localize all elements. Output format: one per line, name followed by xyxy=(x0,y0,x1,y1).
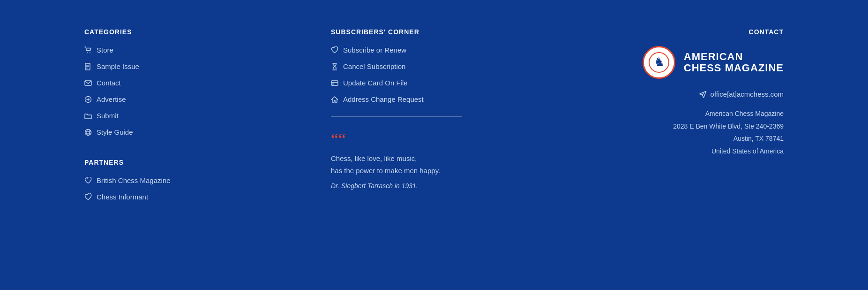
svg-point-10 xyxy=(85,129,91,135)
folder-icon xyxy=(84,112,92,120)
address-line2: 2028 E Ben White Blvd, Ste 240-2369 xyxy=(673,120,784,133)
quote-text: Chess, like love, like music, has the po… xyxy=(331,153,471,176)
paper-plane-icon xyxy=(699,91,707,98)
cart-icon xyxy=(84,46,92,54)
address-line4: United States of America xyxy=(673,145,784,158)
logo-line1: AMERICAN xyxy=(684,51,784,62)
address-line3: Austin, TX 78741 xyxy=(673,132,784,145)
svg-rect-14 xyxy=(331,81,338,85)
categories-title: CATEGORIES xyxy=(84,28,206,36)
envelope-icon xyxy=(84,79,92,87)
contact-address: American Chess Magazine 2028 E Ben White… xyxy=(673,107,784,157)
email-address: office[at]acmchess.com xyxy=(711,90,784,98)
circle-plus-icon xyxy=(84,96,92,103)
book-icon xyxy=(84,63,92,70)
heart-sub-icon xyxy=(331,46,338,54)
nav-sample-issue[interactable]: Sample Issue xyxy=(84,62,206,70)
credit-card-icon xyxy=(331,79,338,87)
heart-outline-icon xyxy=(84,193,92,201)
logo-text: AMERICAN CHESS MAGAZINE xyxy=(684,51,784,74)
svg-point-0 xyxy=(87,52,88,53)
hourglass-icon xyxy=(331,63,338,70)
nav-chess-informant[interactable]: Chess Informant xyxy=(84,193,206,201)
logo-circle: ♞ xyxy=(643,46,675,79)
contact-email-row: office[at]acmchess.com xyxy=(699,90,784,98)
svg-text:♞: ♞ xyxy=(653,55,664,69)
nav-advertise[interactable]: Advertise xyxy=(84,95,206,103)
partners-title: PARTNERS xyxy=(84,159,206,166)
nav-contact[interactable]: Contact xyxy=(84,79,206,87)
nav-update-card[interactable]: Update Card On File xyxy=(331,79,471,87)
nav-british-chess[interactable]: British Chess Magazine xyxy=(84,176,206,184)
address-line1: American Chess Magazine xyxy=(673,107,784,120)
svg-point-11 xyxy=(87,129,90,135)
nav-store[interactable]: Store xyxy=(84,46,206,54)
nav-submit[interactable]: Submit xyxy=(84,112,206,120)
heart-filled-icon xyxy=(84,177,92,184)
divider xyxy=(331,116,462,117)
footer: CATEGORIES Store Sample Issue xyxy=(0,0,868,237)
globe-icon xyxy=(84,129,92,136)
nav-cancel-subscription[interactable]: Cancel Subscription xyxy=(331,62,471,70)
nav-address-change[interactable]: Address Change Request xyxy=(331,95,471,103)
quote-section: ““ Chess, like love, like music, has the… xyxy=(331,131,471,190)
subscribers-column: SUBSCRIBERS' CORNER Subscribe or Renew C… xyxy=(331,28,471,190)
logo-area: ♞ AMERICAN CHESS MAGAZINE xyxy=(643,46,784,79)
chess-knight-logo: ♞ xyxy=(649,52,669,73)
svg-point-1 xyxy=(90,52,90,53)
nav-subscribe-renew[interactable]: Subscribe or Renew xyxy=(331,46,471,54)
logo-line2: CHESS MAGAZINE xyxy=(684,62,784,74)
nav-style-guide[interactable]: Style Guide xyxy=(84,128,206,136)
categories-column: CATEGORIES Store Sample Issue xyxy=(84,28,206,209)
svg-rect-16 xyxy=(332,84,334,84)
home-icon xyxy=(331,96,338,103)
quote-attribution: Dr. Siegbert Tarrasch in 1931. xyxy=(331,182,471,190)
partners-section: PARTNERS British Chess Magazine Chess In… xyxy=(84,159,206,209)
subscribers-title: SUBSCRIBERS' CORNER xyxy=(331,28,471,36)
quote-marks: ““ xyxy=(331,131,471,148)
contact-column: CONTACT ♞ AMERICAN CHESS MAGAZINE office xyxy=(596,28,784,157)
contact-title: CONTACT xyxy=(749,28,784,36)
svg-line-19 xyxy=(702,93,704,95)
